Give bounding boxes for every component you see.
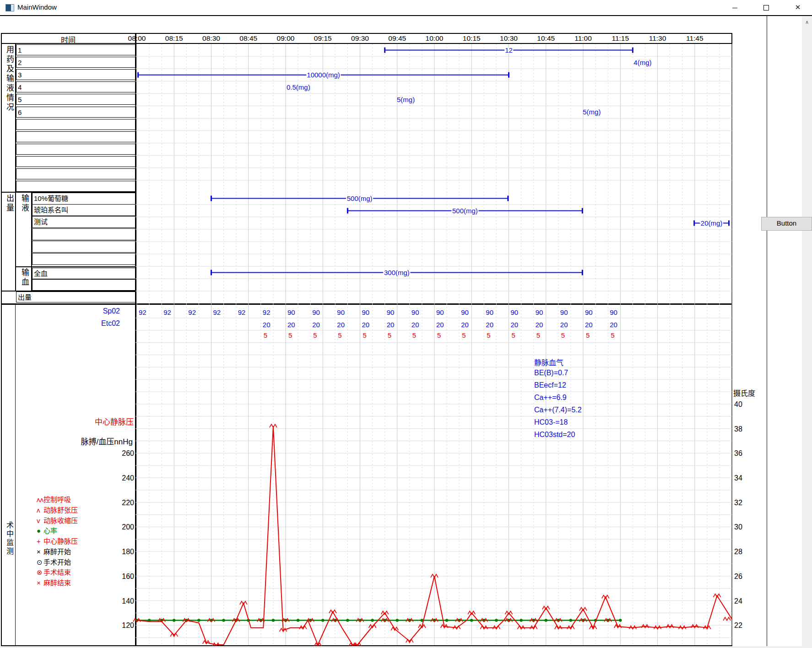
svg-text:5: 5 (462, 331, 466, 339)
table-border (1, 303, 732, 305)
infusion-row-empty[interactable] (32, 241, 135, 253)
svg-text:92: 92 (238, 308, 246, 316)
med-row-3[interactable]: 3 (16, 69, 135, 80)
svg-text:90: 90 (411, 308, 419, 316)
svg-text:36: 36 (734, 449, 742, 457)
svg-text:20: 20 (263, 321, 271, 329)
svg-text:11:30: 11:30 (649, 34, 666, 42)
legend-symbol: × (37, 548, 43, 556)
drug-name: 10%葡萄糖 (34, 194, 68, 202)
legend-text: 动脉收缩压 (43, 517, 78, 524)
svg-text:500(mg): 500(mg) (452, 207, 478, 215)
title-bar: MainWindow ✕ (0, 0, 812, 15)
svg-text:20: 20 (536, 321, 543, 329)
svg-text:90: 90 (387, 308, 395, 316)
main-window: MainWindow ✕ 时间 用药及输液情况 1 2 3 4 5 6 出量 输… (0, 0, 812, 648)
med-row-number: 1 (18, 46, 22, 54)
svg-text:5(mg): 5(mg) (397, 96, 415, 103)
svg-text:5: 5 (487, 331, 490, 339)
svg-text:300(mg): 300(mg) (384, 269, 410, 276)
maximize-button[interactable] (756, 0, 777, 15)
legend-text: 麻醉开始 (43, 548, 71, 556)
svg-text:90: 90 (287, 308, 295, 316)
app-icon (5, 4, 14, 11)
med-row-4[interactable]: 4 (16, 81, 135, 92)
svg-text:08:45: 08:45 (239, 34, 257, 42)
table-border (15, 192, 16, 291)
svg-text:90: 90 (337, 308, 345, 316)
svg-text:5: 5 (264, 331, 267, 339)
svg-text:20: 20 (461, 321, 469, 329)
legend-text: 中心静脉压 (43, 537, 78, 545)
svg-text:20: 20 (511, 321, 519, 329)
legend-symbol: ʌ (37, 506, 43, 514)
med-row-2[interactable]: 2 (16, 57, 135, 68)
svg-text:200: 200 (122, 523, 134, 531)
svg-text:08:30: 08:30 (202, 34, 220, 42)
svg-text:40: 40 (734, 400, 742, 408)
legend-item: ʌʌ控制呼吸 (37, 494, 71, 504)
svg-text:92: 92 (163, 308, 171, 316)
med-row-empty[interactable] (16, 119, 135, 130)
blood-gas-line: 静脉血气 (534, 356, 563, 367)
svg-text:20: 20 (287, 321, 295, 329)
blood-label: 输血 (19, 268, 30, 291)
svg-text:160: 160 (122, 572, 134, 580)
svg-text:5: 5 (586, 331, 590, 339)
scrollbar-up-icon[interactable]: ∧ (802, 19, 812, 25)
table-border (731, 33, 732, 646)
infusion-row-empty[interactable] (32, 228, 135, 240)
bp-label: 脉搏/血压nnHg (46, 435, 133, 447)
svg-text:5: 5 (363, 331, 367, 339)
med-row-empty[interactable] (16, 156, 135, 167)
svg-text:90: 90 (312, 308, 320, 316)
infusion-row-empty[interactable] (32, 253, 135, 265)
svg-text:10:30: 10:30 (500, 34, 518, 42)
svg-text:11:45: 11:45 (686, 34, 704, 42)
minimize-button[interactable] (724, 0, 745, 15)
svg-text:20: 20 (312, 321, 320, 329)
infusion-row-1[interactable]: 10%葡萄糖 (32, 193, 135, 205)
med-row-number: 5 (18, 96, 22, 103)
blood-row-empty[interactable] (32, 279, 135, 291)
svg-text:20: 20 (585, 321, 593, 329)
svg-text:5: 5 (611, 331, 614, 339)
med-row-empty[interactable] (16, 131, 135, 142)
svg-text:24: 24 (734, 597, 742, 605)
med-row-empty[interactable] (16, 181, 135, 192)
svg-text:20: 20 (560, 321, 568, 329)
svg-text:5: 5 (313, 331, 317, 339)
svg-text:20: 20 (387, 321, 395, 329)
svg-text:28: 28 (734, 548, 742, 556)
output-row[interactable]: 出量 (16, 292, 135, 302)
med-row-empty[interactable] (16, 168, 135, 179)
legend-item: v动脉收缩压 (37, 515, 78, 525)
sp02-label: Sp02 (46, 307, 120, 315)
side-button[interactable]: Button (761, 217, 812, 231)
med-row-5[interactable]: 5 (16, 94, 135, 105)
svg-text:5: 5 (388, 331, 391, 339)
svg-text:5: 5 (288, 331, 292, 339)
med-row-number: 3 (18, 71, 22, 79)
blood-product-name: 全血 (34, 270, 48, 277)
legend-symbol: ⊗ (37, 568, 43, 577)
legend-text: 心率 (43, 527, 57, 535)
svg-text:20: 20 (411, 321, 419, 329)
svg-text:90: 90 (610, 308, 617, 316)
infusion-row-2[interactable]: 琥珀系名叫 (32, 204, 135, 216)
time-header-label: 时间 (1, 34, 135, 45)
vertical-scrollbar[interactable]: ∧ (802, 16, 812, 647)
infusion-row-3[interactable]: 测试 (32, 216, 135, 228)
blood-row-1[interactable]: 全血 (32, 268, 135, 279)
svg-text:90: 90 (585, 308, 593, 316)
med-row-1[interactable]: 1 (16, 44, 135, 55)
med-row-6[interactable]: 6 (16, 107, 135, 118)
output-row-label: 出量 (18, 293, 32, 301)
med-row-empty[interactable] (16, 144, 135, 155)
svg-text:20: 20 (362, 321, 370, 329)
drug-name: 测试 (34, 218, 48, 226)
svg-text:12: 12 (505, 46, 513, 54)
close-icon[interactable]: ✕ (787, 0, 808, 15)
svg-text:11:00: 11:00 (574, 34, 592, 42)
svg-text:32: 32 (734, 499, 742, 507)
